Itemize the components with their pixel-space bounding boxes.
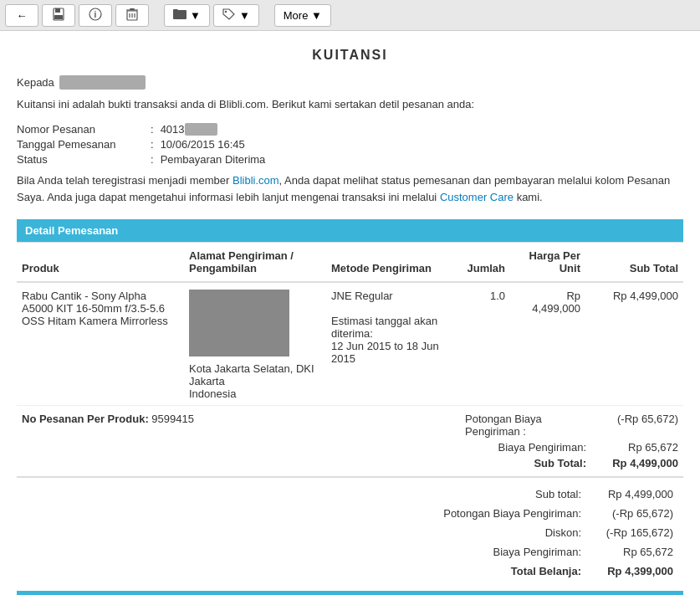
product-name-cell: Rabu Cantik - Sony Alpha A5000 KIT 16-50… (17, 282, 184, 406)
no-pesanan-label: No Pesanan Per Produk: (22, 413, 149, 425)
product-image (189, 290, 289, 356)
detail-table: Produk Alamat Pengiriman / Pengambilan M… (17, 242, 683, 477)
svg-text:i: i (95, 10, 97, 19)
status-value: Pembayaran Diterima (161, 153, 266, 166)
subtotal-label: Sub Total: (534, 457, 586, 469)
address-city: Kota Jakarta Selatan, DKI Jakarta (189, 362, 314, 387)
col-harga: Harga Per Unit (510, 243, 585, 283)
status-row: Status : Pembayaran Diterima (17, 153, 683, 166)
note-text: Bila Anda telah teregistrasi menjadi mem… (17, 172, 683, 208)
tag-icon (222, 8, 236, 23)
tanggal-value: 10/06/2015 16:45 (161, 138, 245, 151)
grand-summary: Sub total: Rp 4,499,000 Potongan Biaya P… (17, 477, 683, 587)
receipt-title: KUITANSI (17, 31, 683, 75)
info-button[interactable]: i (79, 4, 112, 27)
estimasi-label: Estimasi tanggal akan diterima: (331, 315, 455, 340)
potongan-label: Potongan Biaya Pengiriman : (465, 413, 586, 438)
summary-diskon-label: Diskon: (397, 526, 581, 539)
informasi-penagihan-header: Informasi Penagihan (17, 591, 683, 595)
note-part3: kami. (514, 191, 543, 203)
summary-subtotal-value: Rp 4,499,000 (590, 488, 673, 500)
table-row: Rabu Cantik - Sony Alpha A5000 KIT 16-50… (17, 282, 683, 406)
delete-button[interactable] (115, 4, 149, 27)
more-button[interactable]: More ▼ (274, 4, 331, 27)
tanggal-label: Tanggal Pemesanan (17, 138, 151, 151)
info-icon: i (89, 8, 102, 23)
no-pesanan-cell: No Pesanan Per Produk: 9599415 (17, 406, 460, 477)
nomor-pesanan-row: Nomor Pesanan : 4013 (17, 123, 683, 136)
blibli-link[interactable]: Blibli.com (232, 174, 279, 187)
summary-potongan-row: Potongan Biaya Pengiriman: (-Rp 65,672) (22, 504, 678, 523)
biaya-pengiriman-label: Biaya Pengiriman: (498, 441, 587, 454)
kepada-row: Kepada (17, 75, 683, 90)
folder-icon (173, 8, 186, 22)
summary-total-label: Total Belanja: (397, 565, 581, 577)
no-pesanan-row: No Pesanan Per Produk: 9599415 Potongan … (17, 406, 683, 477)
summary-diskon-row: Diskon: (-Rp 165,672) (22, 523, 678, 542)
metode-pengiriman: JNE Regular (331, 290, 455, 302)
note-part1: Bila Anda telah teregistrasi menjadi mem… (17, 174, 232, 187)
nomor-pesanan-value: 4013 (161, 123, 218, 136)
tag-arrow-icon: ▼ (239, 9, 250, 22)
customer-care-link[interactable]: Customer Care (440, 191, 514, 203)
tanggal-row: Tanggal Pemesanan : 10/06/2015 16:45 (17, 138, 683, 151)
estimasi-value: 12 Jun 2015 to 18 Jun 2015 (331, 340, 455, 365)
back-icon: ← (17, 9, 28, 22)
col-metode: Metode Pengiriman (326, 243, 460, 283)
biaya-pengiriman-value: Rp 65,672 (603, 441, 678, 454)
summary-biaya-label: Biaya Pengiriman: (397, 546, 581, 558)
svg-rect-2 (54, 15, 63, 19)
save-icon (52, 8, 65, 23)
summary-potongan-value: (-Rp 65,672) (590, 507, 673, 520)
delete-icon (126, 8, 138, 23)
svg-rect-1 (55, 8, 60, 13)
metode-cell: JNE Regular Estimasi tanggal akan diteri… (326, 282, 460, 406)
table-header-row: Produk Alamat Pengiriman / Pengambilan M… (17, 243, 683, 283)
svg-point-11 (225, 10, 227, 12)
toolbar: ← i (0, 0, 700, 31)
col-alamat: Alamat Pengiriman / Pengambilan (184, 243, 326, 283)
col-produk: Produk (17, 243, 184, 283)
intro-text: Kuitansi ini adalah bukti transaksi anda… (17, 96, 683, 113)
tag-button[interactable]: ▼ (213, 4, 259, 27)
shipping-summary-cell: Potongan Biaya Pengiriman : (-Rp 65,672)… (460, 406, 683, 477)
col-jumlah: Jumlah (460, 243, 510, 283)
kepada-label: Kepada (17, 76, 54, 89)
summary-subtotal-label: Sub total: (397, 488, 581, 500)
folder-button[interactable]: ▼ (164, 4, 210, 27)
detail-pemesanan-header: Detail Pemesanan (17, 219, 683, 242)
address-cell: Kota Jakarta Selatan, DKI Jakarta Indone… (184, 282, 326, 406)
summary-biaya-value: Rp 65,672 (590, 546, 673, 558)
potongan-value: (-Rp 65,672) (603, 413, 678, 438)
info-table: Nomor Pesanan : 4013 Tanggal Pemesanan :… (17, 123, 683, 166)
back-button[interactable]: ← (5, 4, 38, 27)
folder-arrow-icon: ▼ (190, 9, 201, 22)
kepada-value (59, 75, 146, 90)
save-button[interactable] (42, 4, 75, 27)
summary-subtotal-row: Sub total: Rp 4,499,000 (22, 485, 678, 504)
summary-total-value: Rp 4,399,000 (590, 565, 673, 577)
receipt-content: KUITANSI Kepada Kuitansi ini adalah bukt… (0, 31, 700, 595)
svg-rect-7 (130, 8, 135, 10)
subtotal-cell: Rp 4,499,000 (585, 282, 683, 406)
address-country: Indonesia (189, 387, 236, 400)
more-label: More ▼ (284, 9, 322, 22)
subtotal-value: Rp 4,499,000 (603, 457, 678, 469)
quantity-cell: 1.0 (460, 282, 510, 406)
summary-biaya-row: Biaya Pengiriman: Rp 65,672 (22, 542, 678, 562)
summary-potongan-label: Potongan Biaya Pengiriman: (397, 507, 581, 520)
col-subtotal: Sub Total (585, 243, 683, 283)
harga-cell: Rp 4,499,000 (510, 282, 585, 406)
summary-total-row: Total Belanja: Rp 4,399,000 (22, 562, 678, 581)
status-label: Status (17, 153, 151, 166)
summary-diskon-value: (-Rp 165,672) (590, 526, 673, 539)
no-pesanan-value: 9599415 (151, 413, 194, 425)
nomor-pesanan-label: Nomor Pesanan (17, 123, 151, 136)
